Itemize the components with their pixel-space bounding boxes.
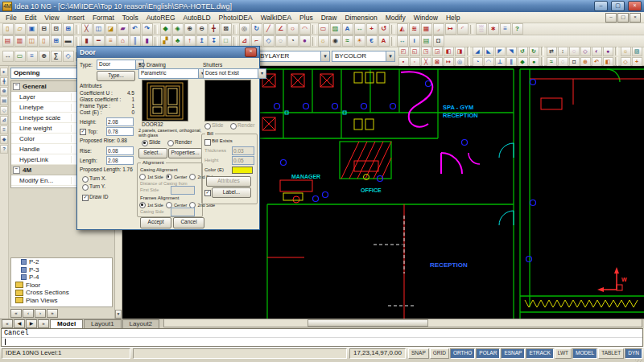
snap-extension-icon[interactable]: ↦: [444, 57, 454, 67]
sun-study-icon[interactable]: ☀: [354, 35, 365, 47]
walkthrough-icon[interactable]: ≈: [342, 35, 353, 47]
status-toggle-snap[interactable]: SNAP: [408, 348, 429, 359]
floors-tool-icon[interactable]: ≡: [0, 125, 8, 134]
roof-icon[interactable]: ⌂: [118, 35, 129, 47]
dimension-icon[interactable]: ↔: [354, 23, 365, 35]
snap-center-icon[interactable]: ◎: [455, 57, 465, 67]
floor-plan-icon[interactable]: □: [221, 35, 232, 47]
menu-view[interactable]: View: [40, 13, 63, 23]
layers-tool-icon[interactable]: ▤: [0, 97, 8, 105]
tree-icon[interactable]: ♣: [172, 35, 184, 47]
mdi-close-button[interactable]: ×: [630, 13, 641, 23]
render-icon[interactable]: ●: [299, 35, 311, 47]
view-nw-iso-icon[interactable]: ◥: [506, 47, 517, 56]
calculator-icon[interactable]: ∑: [51, 51, 62, 62]
view-top-icon[interactable]: ◰: [398, 47, 409, 56]
rotate-icon[interactable]: ↺: [378, 23, 390, 35]
view-bottom-icon[interactable]: ◱: [410, 47, 420, 56]
menu-autoreg[interactable]: AutoREG: [142, 13, 180, 23]
color-swatch[interactable]: [232, 167, 253, 174]
view-left-icon[interactable]: ◳: [421, 47, 431, 56]
plot-icon[interactable]: ⊟: [39, 23, 50, 35]
shade-3d-icon[interactable]: ◐: [592, 47, 602, 56]
erase-icon[interactable]: ░: [476, 23, 487, 35]
view-3d-icon[interactable]: ◇: [263, 35, 275, 47]
menu-plus[interactable]: Plus: [295, 13, 317, 23]
snap-none-icon[interactable]: ◌: [558, 57, 568, 67]
layout-nav-button-1[interactable]: ◀: [14, 319, 25, 328]
command-input[interactable]: [2, 338, 642, 346]
status-toggle-tablet[interactable]: TABLET: [598, 348, 624, 359]
view-se-iso-icon[interactable]: ◣: [484, 47, 494, 56]
tree-nav-button-0[interactable]: «: [10, 309, 22, 318]
ucs-previous-icon[interactable]: ↶: [592, 57, 602, 67]
snap-endpoint-icon[interactable]: ▪: [398, 57, 409, 67]
zoom-window-icon[interactable]: ⊠: [221, 23, 232, 35]
wall-icon[interactable]: ▤: [2, 35, 14, 47]
area-icon[interactable]: ▭: [14, 51, 26, 62]
tree-nav-button-2[interactable]: ›: [35, 309, 46, 318]
camera-icon[interactable]: ◉: [330, 35, 341, 47]
double-wall-icon[interactable]: ▥: [14, 35, 26, 47]
horizontal-scrollbar[interactable]: [163, 319, 642, 327]
swivel-icon[interactable]: ⇄: [547, 47, 557, 56]
type-button[interactable]: Type...: [97, 71, 135, 81]
cut-icon[interactable]: ╳: [81, 23, 93, 35]
paste-icon[interactable]: ◪: [105, 23, 117, 35]
named-views-icon[interactable]: ◇: [63, 51, 74, 62]
render-3d-icon[interactable]: ●: [603, 47, 613, 56]
adjust-distance-icon[interactable]: ↕: [558, 47, 568, 56]
mirror-icon[interactable]: ◭: [397, 23, 408, 35]
radio-1st-side[interactable]: 1st Side: [139, 202, 163, 208]
tab-layout1[interactable]: Layout1: [84, 319, 121, 328]
hide-icon[interactable]: ◌: [275, 35, 287, 47]
furniture-icon[interactable]: ▞: [160, 35, 171, 47]
pan-icon[interactable]: ╋: [208, 23, 220, 35]
hscroll-thumb[interactable]: [308, 319, 428, 327]
pan-tool-icon[interactable]: ╋: [0, 77, 8, 86]
collapse-icon[interactable]: −: [13, 83, 20, 90]
status-toggle-lwt[interactable]: LWT: [555, 348, 572, 359]
label-button[interactable]: Label...: [212, 187, 251, 198]
tree-item-p-2[interactable]: P-2: [11, 258, 112, 266]
views-tool-icon[interactable]: ◇: [0, 106, 8, 115]
rectangle-icon[interactable]: ▭: [318, 23, 329, 35]
stairs-icon[interactable]: ≡: [105, 35, 117, 47]
mdi-minimize-button[interactable]: –: [605, 13, 617, 23]
menu-modify[interactable]: Modify: [382, 13, 410, 23]
undo-icon[interactable]: ↶: [130, 23, 141, 35]
dialog-title-bar[interactable]: Door ×: [77, 47, 259, 58]
minimize-button[interactable]: –: [594, 1, 608, 11]
height-input[interactable]: 2.08: [106, 117, 134, 126]
publish-icon[interactable]: ⊞: [63, 23, 74, 35]
draw-id-checkbox[interactable]: ✓: [82, 195, 89, 201]
turn-x-radio[interactable]: [82, 176, 89, 183]
measure-icon[interactable]: ↔: [397, 35, 408, 47]
continuous-orbit-icon[interactable]: ↻: [529, 47, 539, 56]
tab-layout2[interactable]: Layout2: [122, 319, 159, 328]
distance-icon[interactable]: ↔: [2, 51, 14, 62]
new-file-icon[interactable]: ▯: [2, 23, 14, 35]
info-icon[interactable]: i: [409, 35, 420, 47]
dialog-close-icon[interactable]: ×: [245, 47, 257, 57]
circle-icon[interactable]: ○: [287, 23, 299, 35]
insert-block-icon[interactable]: ◆: [160, 23, 171, 35]
command-window[interactable]: Cancel: [1, 328, 643, 347]
view-right-icon[interactable]: ◲: [432, 47, 443, 56]
render-radio[interactable]: [167, 140, 174, 146]
status-toggle-etrack[interactable]: ETRACK: [526, 348, 553, 359]
fillet-icon[interactable]: ◜: [457, 23, 469, 35]
zoom-extents-icon[interactable]: ◎: [239, 23, 250, 35]
move-icon[interactable]: +: [366, 23, 378, 35]
materials-icon[interactable]: ▨: [632, 47, 642, 56]
select-tool-icon[interactable]: ▸: [0, 68, 8, 76]
save-icon[interactable]: ▣: [27, 23, 38, 35]
print-preview-icon[interactable]: ⊡: [51, 23, 62, 35]
status-toggle-model[interactable]: MODEL: [572, 348, 597, 359]
coordinates-readout[interactable]: 17,23,14,97,0.00: [349, 348, 406, 359]
drawing3d-type-combo[interactable]: Parametric: [138, 68, 207, 79]
door-type-combo[interactable]: Door: [97, 60, 144, 70]
snap-intersection-icon[interactable]: ╳: [421, 57, 431, 67]
door-icon[interactable]: ▯: [39, 35, 50, 47]
redo-icon[interactable]: ↷: [142, 23, 153, 35]
